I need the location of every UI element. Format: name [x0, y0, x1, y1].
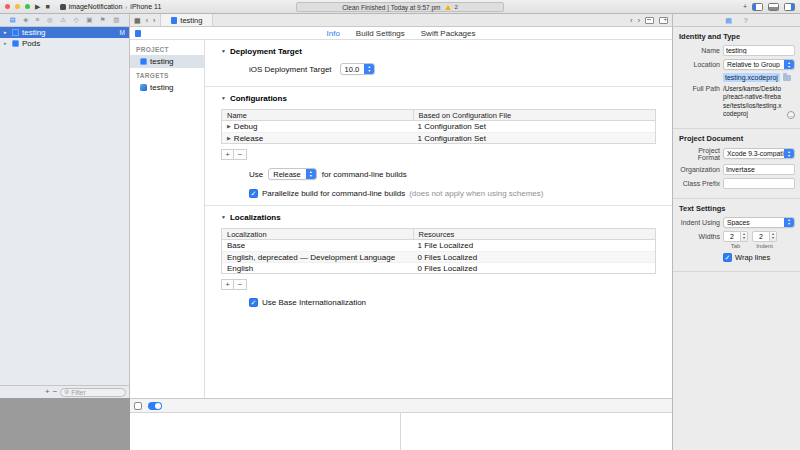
scheme-selector[interactable]: imageNotification › iPhone 11 [60, 3, 162, 10]
project-format-popup[interactable]: Xcode 9.3-compatible ▴ ▾ [723, 148, 795, 159]
debug-split-divider[interactable] [400, 413, 401, 450]
stepper-arrows-icon[interactable]: ▴ ▾ [741, 231, 748, 242]
name-field[interactable] [723, 45, 795, 56]
adjust-editor-button[interactable] [645, 17, 654, 24]
popup-value: Spaces [724, 219, 784, 226]
table-row[interactable]: English 0 Files Localized [222, 262, 655, 273]
popup-value: Relative to Group [724, 61, 784, 68]
remove-item-button[interactable]: − [53, 388, 58, 396]
section-configurations[interactable]: ▼ Configurations [219, 87, 658, 109]
target-item[interactable]: testing [130, 81, 204, 94]
indent-width-stepper[interactable]: 2 ▴ ▾ [752, 231, 777, 242]
base-internationalization-checkbox[interactable]: ✓ [249, 298, 258, 307]
symbol-navigator-icon[interactable]: ≡ [36, 17, 40, 24]
report-navigator-icon[interactable]: ▥ [113, 17, 119, 24]
disclosure-triangle-icon[interactable]: ▸ [4, 30, 9, 35]
name-input[interactable] [726, 47, 792, 54]
deployment-target-popup[interactable]: 10.0 ▴ ▾ [340, 63, 376, 75]
table-row[interactable]: ▶ Debug 1 Configuration Set [222, 121, 655, 132]
disclosure-triangle-icon[interactable]: ▸ [4, 41, 9, 46]
disclosure-right-icon[interactable]: ▶ [227, 124, 231, 129]
test-navigator-icon[interactable]: ◇ [74, 17, 79, 24]
close-window-button[interactable] [5, 4, 10, 9]
tab-build-settings[interactable]: Build Settings [356, 29, 405, 38]
filter-field[interactable]: ◎ [60, 388, 126, 397]
run-button[interactable]: ▶ [35, 3, 40, 10]
add-localization-button[interactable]: + [221, 279, 234, 290]
debug-navigator-icon[interactable]: ▣ [86, 17, 92, 24]
section-localizations[interactable]: ▼ Localizations [219, 206, 658, 228]
project-targets-sidebar: PROJECT testing TARGETS testing [130, 40, 205, 398]
debug-area-toggle-button[interactable] [768, 3, 779, 11]
tab-info[interactable]: Info [327, 29, 340, 38]
tab-width-stepper[interactable]: 2 ▴ ▾ [723, 231, 748, 242]
table-row[interactable]: English, deprecated — Development Langua… [222, 251, 655, 262]
wrap-lines-checkbox[interactable]: ✓ [723, 253, 732, 262]
disclosure-down-icon[interactable]: ▼ [221, 96, 226, 101]
indent-using-popup[interactable]: Spaces ▴ ▾ [723, 217, 795, 228]
disclosure-down-icon[interactable]: ▼ [221, 215, 226, 220]
console-toggle-switch[interactable] [148, 402, 162, 410]
column-name: Name [222, 111, 413, 120]
disclosure-down-icon[interactable]: ▼ [221, 49, 226, 54]
breakpoint-navigator-icon[interactable]: ⚑ [100, 17, 106, 24]
navigator-item-pods[interactable]: ▸ Pods [0, 38, 129, 49]
inspector-toggle-button[interactable] [784, 3, 795, 11]
parallelize-checkbox[interactable]: ✓ [249, 189, 258, 198]
file-inspector: Identity and Type Name Location Relative… [672, 27, 800, 450]
quick-help-icon[interactable]: ? [744, 17, 748, 24]
scheme-name[interactable]: imageNotification [69, 3, 123, 10]
tab-swift-packages[interactable]: Swift Packages [421, 29, 476, 38]
navigator-item-testing[interactable]: ▸ testing M [0, 27, 129, 38]
class-prefix-input[interactable] [726, 180, 792, 187]
run-destination[interactable]: iPhone 11 [130, 3, 161, 10]
minimize-window-button[interactable] [15, 4, 20, 9]
choose-location-folder-icon[interactable] [783, 75, 791, 81]
source-control-navigator-icon[interactable]: ◈ [23, 17, 28, 24]
localizations-table: Localization Resources Base 1 File Local… [221, 228, 656, 274]
table-header: Name Based on Configuration File [222, 110, 655, 121]
project-item[interactable]: testing [130, 55, 204, 68]
build-status-text: Clean Finished | Today at 9:57 pm [342, 4, 440, 11]
filter-input[interactable] [71, 389, 122, 396]
organization-field[interactable] [723, 164, 795, 175]
tab-overview-icon[interactable]: ▦ [134, 17, 141, 24]
navigator-toggle-button[interactable] [752, 3, 763, 11]
class-prefix-field[interactable] [723, 178, 795, 189]
forward-button[interactable]: › [153, 17, 155, 24]
table-row[interactable]: Base 1 File Localized [222, 240, 655, 251]
tab-width-value[interactable]: 2 [723, 231, 741, 242]
warning-count-badge[interactable]: 2 [455, 4, 458, 10]
window-tab[interactable]: testing [160, 14, 213, 26]
variables-view-button[interactable] [134, 402, 142, 410]
text-settings-section: Text Settings Indent Using Spaces ▴ ▾ Wi… [673, 199, 800, 272]
reveal-in-finder-arrow[interactable]: → [787, 111, 795, 119]
project-editor-tabs: Info Build Settings Swift Packages [130, 29, 672, 38]
stepper-arrows-icon[interactable]: ▴ ▾ [770, 231, 777, 242]
add-configuration-button[interactable]: + [221, 149, 234, 160]
organization-input[interactable] [726, 166, 792, 173]
stop-button[interactable]: ■ [45, 3, 49, 10]
tab-forward-icon[interactable]: › [638, 17, 640, 24]
project-file-name[interactable]: testing.xcodeproj [723, 73, 780, 82]
zoom-window-button[interactable] [25, 4, 30, 9]
section-deployment-target[interactable]: ▼ Deployment Target [219, 40, 658, 62]
use-suffix-label: for command-line builds [322, 170, 407, 179]
find-navigator-icon[interactable]: ◎ [47, 17, 53, 24]
remove-configuration-button[interactable]: − [234, 149, 247, 160]
file-inspector-icon[interactable]: ▤ [725, 17, 732, 24]
back-button[interactable]: ‹ [146, 17, 148, 24]
add-editor-button[interactable] [659, 17, 668, 24]
command-line-config-popup[interactable]: Release ▴ ▾ [268, 168, 317, 180]
disclosure-right-icon[interactable]: ▶ [227, 136, 231, 141]
tab-back-icon[interactable]: ‹ [630, 17, 632, 24]
table-row[interactable]: ▶ Release 1 Configuration Set [222, 132, 655, 143]
library-button[interactable]: + [743, 3, 747, 10]
class-prefix-row: Class Prefix [678, 178, 795, 189]
issue-navigator-icon[interactable]: ⚠ [60, 17, 66, 24]
remove-localization-button[interactable]: − [234, 279, 247, 290]
project-navigator-icon[interactable]: ▤ [10, 17, 16, 24]
add-item-button[interactable]: + [45, 388, 50, 396]
location-popup[interactable]: Relative to Group ▴ ▾ [723, 59, 795, 70]
indent-width-value[interactable]: 2 [752, 231, 770, 242]
